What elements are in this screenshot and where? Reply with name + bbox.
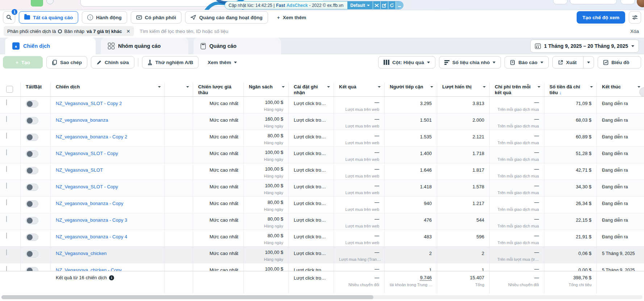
- row-checkbox[interactable]: [6, 199, 7, 205]
- header-reach[interactable]: Người tiếp cận: [385, 82, 437, 96]
- filter-active-ads[interactable]: Quảng cáo đang hoạt động: [185, 11, 268, 24]
- select-all-checkbox[interactable]: [6, 86, 13, 93]
- row-checkbox[interactable]: [6, 99, 7, 105]
- duplicate-button[interactable]: Sao chép: [46, 56, 87, 68]
- topbar-button-partial-3[interactable]: [620, 0, 635, 4]
- filter-chip-delivery[interactable]: Phân phối chiến dịch là Bản nháp và 7 gi…: [4, 26, 134, 36]
- chart-button[interactable]: Biểu đồ: [598, 56, 641, 68]
- edit-button[interactable]: [380, 1, 388, 9]
- export-button[interactable]: Xuất: [552, 56, 594, 68]
- horizontal-scrollbar[interactable]: [1, 295, 643, 299]
- date-range-label: 1 Tháng 9, 2025 – 20 Tháng 9, 2025: [544, 43, 628, 49]
- campaign-name-link[interactable]: NZ_Vegasnova_SLOT - Copy 2: [56, 101, 122, 106]
- campaign-name-link[interactable]: NZ_Vegasnova_chicken - Copy: [56, 267, 122, 271]
- info-icon[interactable]: i: [109, 275, 114, 280]
- campaign-toggle[interactable]: [26, 250, 38, 258]
- campaign-toggle[interactable]: [26, 167, 38, 174]
- tab-campaigns[interactable]: ▲ Chiến dịch: [5, 38, 96, 54]
- duplicate-label: Sao chép: [60, 60, 82, 65]
- scrollbar-handle[interactable]: [1, 295, 373, 299]
- filter-all-ads[interactable]: Tất cả quảng cáo: [19, 11, 78, 24]
- results-sub-label: Lượt mua trên web: [339, 157, 379, 162]
- sliders-icon: [632, 15, 638, 20]
- filter-see-more[interactable]: + Xem thêm: [272, 11, 311, 24]
- tab-adsets[interactable]: Nhóm quảng cáo: [101, 38, 188, 54]
- view-settings-button[interactable]: [629, 11, 641, 24]
- campaign-toggle[interactable]: [26, 100, 38, 108]
- row-checkbox[interactable]: [6, 266, 7, 271]
- campaign-toggle[interactable]: [26, 267, 38, 271]
- create-campaign-button[interactable]: + Tạo: [3, 56, 43, 68]
- campaign-toggle[interactable]: [26, 234, 38, 241]
- campaign-name-link[interactable]: NZ_Vegasnova_SLOT: [56, 167, 103, 173]
- shuffle-button[interactable]: [373, 1, 380, 9]
- row-checkbox[interactable]: [6, 133, 7, 139]
- header-cost-per-result[interactable]: Chi phí trên mỗi kết quả: [490, 82, 544, 96]
- header-budget[interactable]: Ngân sách: [244, 82, 289, 96]
- campaign-name-link[interactable]: NZ_vegasnova_bonanza - Copy 2: [56, 134, 127, 139]
- avatar[interactable]: [637, 0, 644, 7]
- header-campaign[interactable]: Chiến dịch: [51, 82, 165, 96]
- campaign-name-link[interactable]: NZ_vegasnova_bonanza - Copy 4: [56, 234, 127, 239]
- campaign-name-link[interactable]: NZ_Vegasnova_SLOT - Copy: [56, 151, 118, 156]
- cost-sub-label: Trên mỗi lượt mua (tr…: [495, 257, 539, 262]
- row-checkbox[interactable]: [6, 233, 7, 239]
- campaign-name-link[interactable]: NZ_vegasnova_bonanza - Copy: [56, 201, 123, 206]
- row-checkbox[interactable]: [6, 216, 7, 222]
- campaign-toggle[interactable]: [26, 200, 38, 208]
- breakdown-button[interactable]: Số liệu chia nhỏ: [439, 56, 501, 68]
- export-dropdown[interactable]: [583, 57, 594, 68]
- filter-actions[interactable]: ↑ Hành động: [82, 11, 127, 24]
- campaign-toggle[interactable]: [26, 117, 38, 124]
- row-checkbox[interactable]: [6, 183, 7, 189]
- header-end-date[interactable]: Kết thúc: [597, 82, 644, 96]
- row-checkbox[interactable]: [6, 116, 7, 122]
- budget-sub-label: Hàng ngày: [249, 124, 283, 129]
- campaign-name-link[interactable]: NZ_vegasnova_bonanza - Copy 3: [56, 217, 127, 223]
- header-select-all[interactable]: [0, 82, 21, 96]
- header-delivery-collapsed[interactable]: [165, 82, 193, 96]
- ab-test-button[interactable]: Thử nghiệm A/B: [142, 56, 199, 68]
- chip-close-icon[interactable]: ✕: [126, 29, 130, 34]
- header-attribution[interactable]: Cài đặt ghi nhận: [289, 82, 334, 96]
- edit-button-toolbar[interactable]: Chỉnh sửa: [91, 56, 134, 68]
- attribution-cell: Lượt click tro…: [289, 197, 334, 213]
- topbar-button-partial-2[interactable]: [570, 0, 617, 4]
- toggle-partial[interactable]: [46, 0, 54, 4]
- create-view-button[interactable]: Tạo chế độ xem: [577, 11, 625, 24]
- columns-button[interactable]: Cột: Hiệu quả: [378, 56, 435, 68]
- filter-had-delivery[interactable]: Có phân phối: [131, 11, 181, 24]
- header-amount-spent[interactable]: Số tiền đã chi tiêu ↓: [544, 82, 597, 96]
- ads-manager-page: Cập nhật lúc: 14:42:25 | Fast AdsCheck -…: [0, 0, 644, 301]
- search-input[interactable]: [140, 29, 624, 34]
- summary-reach-value[interactable]: 9.746: [420, 275, 432, 280]
- campaign-name-link[interactable]: NZ_Vegasnova_SLOT - Copy: [56, 184, 118, 189]
- report-button[interactable]: Báo cáo: [505, 56, 549, 68]
- refresh-button[interactable]: [388, 1, 396, 9]
- search-filter-button[interactable]: 1: [3, 11, 15, 24]
- table-row: NZ_vegasnova_bonanza - Copy Mức cao nhất…: [0, 197, 644, 213]
- row-checkbox[interactable]: [6, 166, 7, 172]
- clear-filters-link[interactable]: Xóa: [630, 29, 640, 34]
- campaign-toggle[interactable]: [26, 217, 38, 224]
- minimize-button[interactable]: [396, 1, 403, 9]
- date-range-picker[interactable]: 1 Tháng 9, 2025 – 20 Tháng 9, 2025: [530, 39, 639, 53]
- toolbar-more-button[interactable]: Xem thêm: [202, 56, 242, 68]
- cost-per-result-cell: —Trên mỗi giao dịch mua: [490, 197, 544, 213]
- topbar-button-partial-1[interactable]: [553, 0, 568, 4]
- campaign-toggle[interactable]: [26, 184, 38, 191]
- chevron-down-icon: [637, 86, 640, 88]
- header-bid-strategy[interactable]: Chiến lược giá thầu: [193, 82, 244, 96]
- table-row: NZ_Vegasnova_SLOT Mức cao nhất 100,00 $H…: [0, 163, 644, 180]
- campaign-name-link[interactable]: NZ_vegasnova_bonanza: [56, 117, 108, 123]
- row-checkbox[interactable]: [6, 249, 7, 255]
- ab-test-label: Thử nghiệm A/B: [155, 60, 193, 65]
- header-impressions[interactable]: Lượt hiển thị: [437, 82, 490, 96]
- preset-dropdown[interactable]: Default: [347, 1, 373, 9]
- campaign-toggle[interactable]: [26, 134, 38, 141]
- row-checkbox[interactable]: [6, 149, 7, 155]
- tab-ads[interactable]: Quảng cáo: [193, 38, 281, 54]
- header-results[interactable]: Kết quả: [334, 82, 385, 96]
- campaign-toggle[interactable]: [26, 150, 38, 158]
- campaign-name-link[interactable]: NZ_Vegasnova_chicken: [56, 251, 106, 256]
